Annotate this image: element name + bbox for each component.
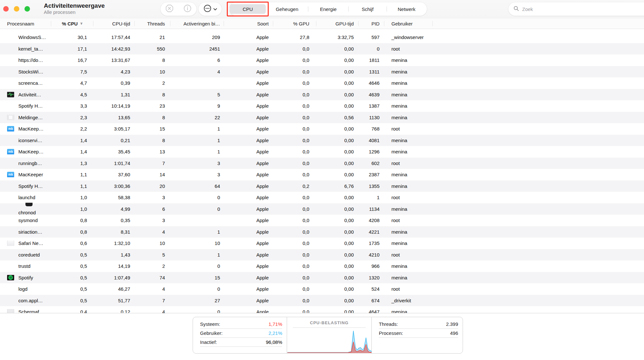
cell-kind: Apple	[224, 240, 273, 246]
table-row[interactable]: com.appl…0,551,77727Apple0,00,00674_driv…	[0, 295, 644, 306]
table-row[interactable]: logd0,546,2740Apple0,00,00524root	[0, 283, 644, 295]
cell-cpu: 7,5	[51, 69, 93, 74]
column-header-soort[interactable]: Soort	[224, 18, 273, 29]
column-header-activeringen[interactable]: Activeringen bi…	[170, 18, 224, 29]
segment-divider	[348, 6, 349, 12]
cell-gpu: 0,0	[273, 218, 316, 223]
cell-gpu: 0,0	[273, 161, 316, 166]
cell-gpu_time: 0,00	[316, 298, 359, 303]
table-row[interactable]: sysmond0,80,353Apple0,00,004208root	[0, 215, 644, 226]
search-field[interactable]	[508, 2, 644, 16]
table-row[interactable]: StocksWi…7,54,23104Apple0,00,001311menin…	[0, 66, 644, 78]
cell-user: root	[384, 218, 433, 223]
traffic-light-zoom-button[interactable]	[24, 6, 30, 12]
traffic-light-minimize-button[interactable]	[14, 6, 19, 12]
table-row[interactable]: launchd1,058,3830Apple0,00,001root	[0, 192, 644, 203]
table-row[interactable]: runningb…1,31:01,7473Apple0,00,00602root	[0, 158, 644, 169]
table-row[interactable]: mkMacKeep…1,435,45131Apple0,00,001296men…	[0, 146, 644, 158]
table-row[interactable]: chronod1,04,9960Apple0,00,001134menina	[0, 203, 644, 215]
cpu-load-title: CPU-BELASTING	[287, 320, 371, 325]
column-header-gpu-tijd[interactable]: GPU-tijd	[316, 18, 359, 29]
cell-user: menina	[384, 309, 433, 313]
table-row[interactable]: coreduetd0,51,4351Apple0,00,004210root	[0, 249, 644, 261]
column-header-cpu-tijd[interactable]: CPU-tijd	[93, 18, 135, 29]
cell-pid: 597	[359, 34, 384, 40]
table-row[interactable]: Meldinge…2,313,65822Apple0,00,561130meni…	[0, 112, 644, 123]
tab-schijf[interactable]: Schijf	[349, 4, 386, 14]
cell-cpu_time: 37,60	[93, 172, 135, 177]
cell-cpu: 0,5	[51, 252, 93, 258]
more-options-menu-button[interactable]	[198, 2, 222, 16]
cell-cpu_time: 0,21	[93, 138, 135, 143]
column-header-gebruiker[interactable]: Gebruiker	[384, 18, 433, 29]
cell-cpu: 1,4	[51, 149, 93, 154]
cpu-load-series-gebruiker	[287, 331, 371, 353]
table-row[interactable]: WindowsS…30,117:57,4421209Apple27,83:32,…	[0, 32, 644, 43]
cell-user: menina	[384, 206, 433, 212]
cell-gpu_time: 0,00	[316, 161, 359, 166]
table-row[interactable]: screenca…4,70,392Apple0,00,004646menina	[0, 77, 644, 89]
cell-user: menina	[384, 92, 433, 97]
toolbar: Activiteitenweergave Alle processen	[0, 0, 644, 18]
cell-threads: 550	[135, 46, 170, 52]
table-row[interactable]: siriaction…0,88,3141Apple0,00,004221meni…	[0, 226, 644, 238]
cell-threads: 74	[135, 275, 170, 280]
table-row[interactable]: Spotify0,51:07,497415Apple0,00,001320men…	[0, 272, 644, 284]
force-quit-button[interactable]	[165, 4, 174, 14]
cell-cpu: 1,0	[51, 206, 93, 212]
column-header-cpu[interactable]: % CPU ∨	[51, 18, 93, 29]
column-header-pid[interactable]: PID	[359, 18, 384, 29]
cell-gpu: 0,0	[273, 263, 316, 269]
table-row[interactable]: Safari Ne…0,61:32,101010Apple0,00,001735…	[0, 238, 644, 249]
tab-label: Netwerk	[398, 6, 415, 12]
cell-kind: Apple	[224, 286, 273, 292]
table-row[interactable]: Spotify H…1,13:00,362064Apple0,26,761355…	[0, 180, 644, 192]
table-row[interactable]: Activiteit…4,51,3185Apple0,00,004639meni…	[0, 89, 644, 101]
tab-energie[interactable]: Energie	[309, 4, 348, 14]
table-row[interactable]: https://do…16,713:31,6786Apple0,00,00181…	[0, 54, 644, 66]
cell-gpu_time: 0,00	[316, 263, 359, 269]
cell-activations: 1	[170, 149, 224, 154]
tab-geheugen[interactable]: Geheugen	[266, 4, 308, 14]
table-row[interactable]: iconservi…1,40,2181Apple0,00,004081menin…	[0, 135, 644, 146]
table-row[interactable]: mkMacKeep…2,23:05,17151Apple0,00,00768ro…	[0, 123, 644, 135]
cell-threads: 23	[135, 103, 170, 109]
cell-name: iconservi…	[0, 138, 51, 143]
table-row[interactable]: mkMacKeeper1,137,60143Apple0,00,002387me…	[0, 169, 644, 180]
cell-cpu_time: 3:05,17	[93, 126, 135, 131]
cell-kind: Apple	[224, 195, 273, 200]
traffic-light-close-button[interactable]	[3, 6, 9, 12]
table-row[interactable]: trustd0,514,1920Apple0,00,00966menina	[0, 260, 644, 272]
column-header-threads[interactable]: Threads	[135, 18, 170, 29]
cell-user: menina	[384, 229, 433, 235]
cell-name: launchd	[0, 195, 51, 200]
cell-user: menina	[384, 115, 433, 120]
process-name: iconservi…	[18, 138, 42, 143]
column-header-procesnaam[interactable]: Procesnaam	[0, 18, 51, 29]
cell-threads: 14	[135, 172, 170, 177]
cell-threads: 3	[135, 195, 170, 200]
table-row[interactable]: Spotify H…3,310:14,19239Apple0,00,001387…	[0, 100, 644, 112]
cell-pid: 0	[359, 46, 384, 52]
tab-cpu[interactable]: CPU	[230, 4, 266, 14]
cell-activations: 9	[170, 103, 224, 109]
window-subtitle: Alle processen	[44, 9, 105, 15]
cell-gpu: 0,0	[273, 69, 316, 74]
table-row[interactable]: kernel_ta…17,114:42,935502451Apple0,00,0…	[0, 43, 644, 55]
inspect-button[interactable]	[183, 4, 192, 14]
cpu-load-rule	[293, 327, 366, 328]
activity-monitor-window: Activiteitenweergave Alle processen	[0, 0, 644, 360]
cell-cpu: 2,3	[51, 115, 93, 120]
cell-kind: Apple	[224, 92, 273, 97]
cell-cpu_time: 14,19	[93, 263, 135, 269]
column-header-gpu[interactable]: % GPU	[273, 18, 316, 29]
cell-pid: 1296	[359, 149, 384, 154]
cell-cpu_time: 58,38	[93, 195, 135, 200]
safari-app-icon	[7, 240, 14, 246]
search-input[interactable]	[522, 6, 629, 12]
cell-gpu: 0,0	[273, 229, 316, 235]
tab-netwerk[interactable]: Netwerk	[387, 4, 426, 14]
table-row[interactable]: Schermaf…0,40,1240Apple0,00,004647menina	[0, 306, 644, 313]
cell-pid: 1134	[359, 206, 384, 212]
cell-cpu: 0,5	[51, 298, 93, 303]
